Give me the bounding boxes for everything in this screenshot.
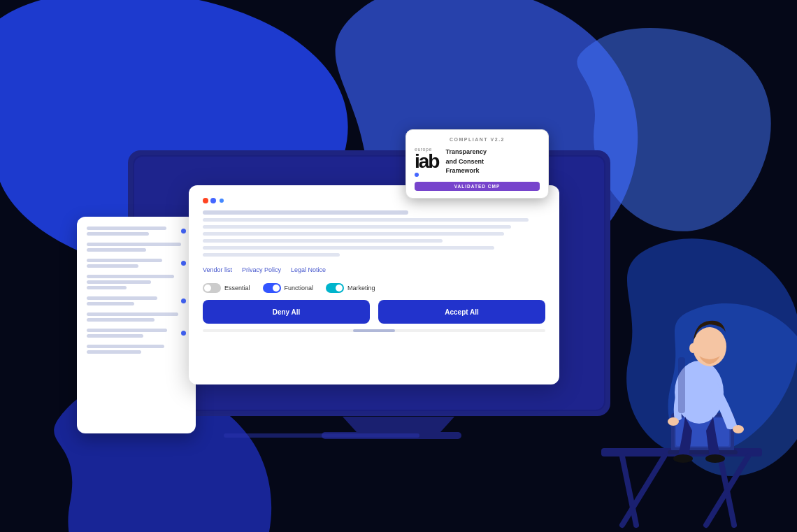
svg-point-23 [689, 343, 696, 353]
iab-framework-text: Transparency and Consent Framework [445, 148, 487, 176]
essential-toggle[interactable] [203, 283, 221, 293]
functional-toggle-item: Functional [263, 283, 314, 293]
privacy-policy-link[interactable]: Privacy Policy [242, 266, 281, 273]
scroll-indicator [203, 329, 545, 332]
toggles-row: Essential Functional Marketing [203, 283, 545, 293]
dialog-links: Vendor list Privacy Policy Legal Notice [203, 266, 545, 273]
svg-rect-5 [322, 432, 461, 439]
dialog-buttons: Deny All Accept All [203, 300, 545, 324]
iab-compliant-label: COMPLIANT V2.2 [415, 137, 540, 142]
dialog-text-content [203, 210, 545, 257]
svg-point-20 [733, 425, 744, 433]
iab-logo-text: iab [415, 152, 438, 171]
iab-content: europe iab Transparency and Consent Fram… [415, 147, 540, 177]
marketing-toggle[interactable] [326, 283, 344, 293]
svg-rect-6 [224, 433, 419, 438]
svg-rect-15 [668, 450, 738, 454]
svg-marker-4 [343, 417, 454, 432]
deny-all-button[interactable]: Deny All [203, 300, 370, 324]
vendor-item-5 [87, 296, 186, 305]
company-logo [203, 198, 545, 203]
vendor-item-8 [87, 345, 186, 354]
vendor-item-1 [87, 227, 186, 236]
vendor-list-link[interactable]: Vendor list [203, 266, 232, 273]
marketing-toggle-item: Marketing [326, 283, 375, 293]
svg-point-18 [705, 454, 725, 463]
consent-dialog: Vendor list Privacy Policy Legal Notice … [189, 185, 559, 384]
legal-notice-link[interactable]: Legal Notice [291, 266, 326, 273]
svg-point-17 [673, 454, 693, 463]
functional-label: Functional [285, 285, 314, 292]
vendor-item-6 [87, 312, 186, 322]
svg-rect-22 [678, 357, 685, 413]
vendor-item-4 [87, 275, 186, 289]
vendor-item-7 [87, 329, 186, 338]
essential-label: Essential [224, 285, 250, 292]
svg-point-21 [668, 417, 679, 426]
accept-all-button[interactable]: Accept All [378, 300, 545, 324]
functional-toggle[interactable] [263, 283, 281, 293]
vendor-panel [77, 217, 196, 433]
iab-validated-label: VALIDATED CMP [415, 182, 540, 191]
marketing-label: Marketing [347, 285, 375, 292]
iab-logo-block: europe iab [415, 147, 438, 177]
iab-badge: COMPLIANT V2.2 europe iab Transparency a… [405, 129, 549, 199]
svg-line-11 [706, 456, 748, 525]
essential-toggle-item: Essential [203, 283, 250, 293]
vendor-item-3 [87, 259, 186, 268]
vendor-item-2 [87, 243, 186, 252]
